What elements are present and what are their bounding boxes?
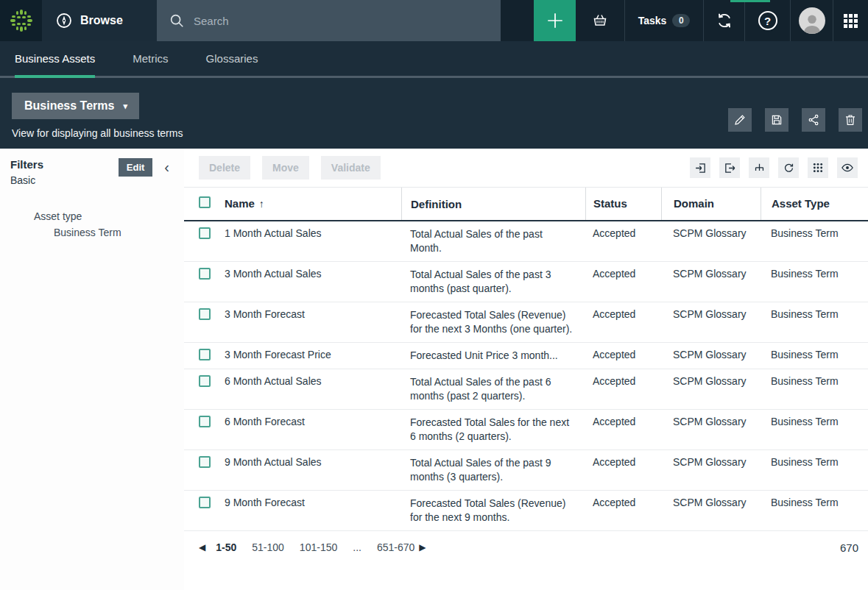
- column-header-asset-type[interactable]: Asset Type: [761, 188, 868, 220]
- asset-name-cell[interactable]: 6 Month Actual Sales: [218, 369, 401, 409]
- top-progress-strip: [730, 0, 770, 2]
- collapse-sidebar-chevron-icon[interactable]: ‹: [164, 160, 169, 174]
- asset-name-cell[interactable]: 3 Month Forecast Price: [218, 343, 401, 369]
- row-checkbox[interactable]: [199, 497, 211, 508]
- filter-value-label[interactable]: Business Term: [10, 227, 174, 238]
- asset-name-cell[interactable]: 6 Month Forecast: [218, 410, 401, 449]
- move-button[interactable]: Move: [262, 156, 309, 180]
- table-row[interactable]: 6 Month Actual Sales Total Actual Sales …: [184, 369, 868, 410]
- row-checkbox-cell: [184, 369, 218, 409]
- table-row[interactable]: 9 Month Actual Sales Total Actual Sales …: [184, 450, 868, 491]
- top-navigation-bar: Browse Tasks 0: [0, 0, 868, 41]
- asset-name-cell[interactable]: 1 Month Actual Sales: [218, 221, 401, 261]
- tasks-button[interactable]: Tasks 0: [624, 0, 703, 41]
- page-link[interactable]: 1-50: [216, 541, 236, 553]
- page-link[interactable]: 651-670: [377, 541, 414, 553]
- table-row[interactable]: 3 Month Actual Sales Total Actual Sales …: [184, 262, 868, 302]
- select-all-checkbox[interactable]: [199, 196, 211, 208]
- row-checkbox-cell: [184, 302, 218, 342]
- refresh-button[interactable]: [778, 157, 799, 178]
- visibility-icon: [841, 161, 854, 174]
- total-count: 670: [840, 541, 858, 554]
- view-selector-button[interactable]: Business Terms ▾: [12, 93, 139, 119]
- create-asset-button[interactable]: [534, 0, 576, 41]
- status-cell: Accepted: [585, 221, 661, 261]
- browse-menu-button[interactable]: Browse: [42, 0, 157, 41]
- domain-cell[interactable]: SCPM Glossary: [661, 491, 761, 530]
- column-header-domain[interactable]: Domain: [661, 188, 761, 220]
- page-list: 1-50 51-100 101-150 ... 651-670: [216, 541, 414, 553]
- row-checkbox[interactable]: [199, 268, 211, 280]
- previous-page-icon[interactable]: ◀: [199, 542, 205, 552]
- edit-view-button[interactable]: [728, 108, 752, 132]
- page-link[interactable]: 101-150: [300, 541, 337, 553]
- user-avatar-button[interactable]: [790, 0, 833, 41]
- row-checkbox[interactable]: [199, 227, 211, 239]
- search-input[interactable]: [194, 15, 459, 27]
- column-header-status[interactable]: Status: [585, 188, 661, 220]
- row-checkbox[interactable]: [199, 416, 211, 427]
- save-view-button[interactable]: [765, 108, 788, 132]
- edit-filters-button[interactable]: Edit: [119, 158, 153, 177]
- page-link[interactable]: 51-100: [252, 541, 284, 553]
- tab-metrics[interactable]: Metrics: [133, 41, 168, 76]
- delete-button[interactable]: Delete: [199, 156, 250, 180]
- domain-cell[interactable]: SCPM Glossary: [661, 369, 761, 409]
- visibility-button[interactable]: [837, 157, 858, 178]
- sort-asc-icon[interactable]: ↑: [259, 198, 264, 210]
- row-checkbox[interactable]: [199, 375, 211, 387]
- page-link: ...: [353, 541, 361, 553]
- grid-view-icon: [812, 162, 824, 174]
- export-button[interactable]: [719, 157, 740, 178]
- row-checkbox[interactable]: [199, 349, 211, 360]
- column-header-name[interactable]: Name↑: [218, 188, 401, 220]
- help-button[interactable]: ?: [744, 0, 790, 41]
- domain-cell[interactable]: SCPM Glossary: [661, 262, 761, 302]
- column-header-definition[interactable]: Definition: [401, 188, 585, 220]
- hierarchy-button[interactable]: [749, 157, 769, 178]
- asset-name-cell[interactable]: 9 Month Actual Sales: [218, 450, 401, 490]
- pagination-bar: ◀ 1-50 51-100 101-150 ... 651-670 ▶ 670: [184, 531, 868, 564]
- import-button[interactable]: [690, 157, 710, 178]
- sync-activities-button[interactable]: [703, 0, 744, 41]
- asset-type-cell: Business Term: [761, 302, 868, 342]
- validate-button[interactable]: Validate: [321, 156, 381, 180]
- table-row[interactable]: 1 Month Actual Sales Total Actual Sales …: [184, 221, 868, 262]
- save-icon: [770, 113, 783, 127]
- table-row[interactable]: 9 Month Forecast Forecasted Total Sales …: [184, 491, 868, 531]
- table-row[interactable]: 3 Month Forecast Forecasted Total Sales …: [184, 302, 868, 343]
- tab-business-assets[interactable]: Business Assets: [15, 41, 95, 76]
- grid-view-button[interactable]: [808, 157, 828, 178]
- domain-cell[interactable]: SCPM Glossary: [661, 450, 761, 490]
- definition-cell: Forecasted Unit Price 3 month...: [401, 343, 585, 369]
- delete-view-button[interactable]: [839, 108, 862, 132]
- domain-cell[interactable]: SCPM Glossary: [661, 302, 761, 342]
- share-view-button[interactable]: [802, 108, 825, 132]
- definition-cell: Forecasted Total Sales (Revenue) for the…: [401, 491, 585, 530]
- table-row[interactable]: 3 Month Forecast Price Forecasted Unit P…: [184, 343, 868, 369]
- table-body: 1 Month Actual Sales Total Actual Sales …: [184, 221, 868, 531]
- row-checkbox[interactable]: [199, 308, 211, 320]
- next-page-icon[interactable]: ▶: [419, 542, 426, 552]
- asset-name-cell[interactable]: 9 Month Forecast: [218, 491, 401, 530]
- row-checkbox-cell: [184, 450, 218, 490]
- data-basket-button[interactable]: [576, 0, 624, 41]
- domain-cell[interactable]: SCPM Glossary: [661, 343, 761, 369]
- app-logo-button[interactable]: [0, 0, 42, 41]
- domain-cell[interactable]: SCPM Glossary: [661, 221, 761, 261]
- definition-cell: Forecasted Total Sales for the next 6 mo…: [401, 410, 585, 449]
- asset-name-cell[interactable]: 3 Month Forecast: [218, 302, 401, 342]
- tab-glossaries[interactable]: Glossaries: [206, 41, 258, 76]
- avatar: [799, 7, 825, 34]
- table-header-row: Name↑ Definition Status Domain Asset Typ…: [184, 188, 868, 221]
- domain-cell[interactable]: SCPM Glossary: [661, 410, 761, 449]
- status-cell: Accepted: [585, 302, 661, 342]
- apps-menu-button[interactable]: [833, 0, 868, 41]
- asset-type-cell: Business Term: [761, 450, 868, 490]
- view-actions: [728, 108, 862, 132]
- asset-name-cell[interactable]: 3 Month Actual Sales: [218, 262, 401, 302]
- table-row[interactable]: 6 Month Forecast Forecasted Total Sales …: [184, 410, 868, 450]
- row-checkbox[interactable]: [199, 456, 211, 468]
- row-checkbox-cell: [184, 262, 218, 302]
- pencil-icon: [733, 113, 747, 127]
